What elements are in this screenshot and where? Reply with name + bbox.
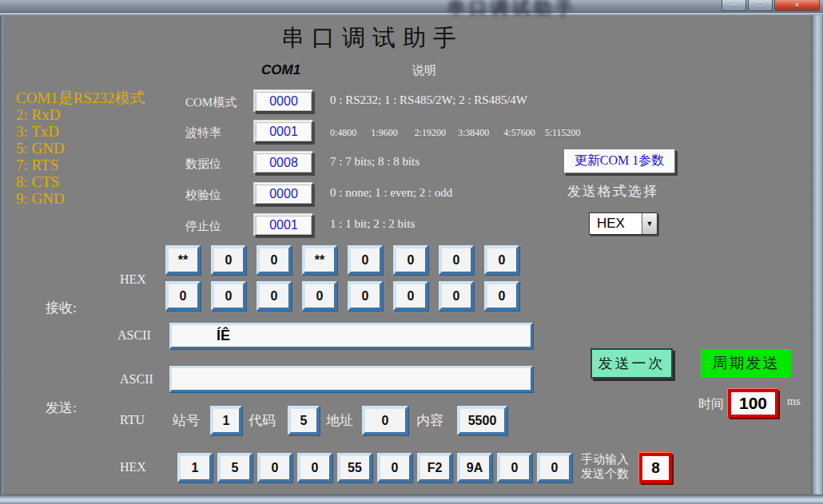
pinout-title: COM1是RS232模式 <box>16 89 145 106</box>
receive-hex-label: HEX <box>120 272 146 287</box>
close-button[interactable]: × <box>774 0 820 11</box>
parity-label: 校验位 <box>185 188 221 203</box>
parity-field[interactable]: 0000 <box>254 183 313 205</box>
receive-hex-cell: 0 <box>439 245 474 275</box>
receive-hex-cell: 0 <box>348 245 383 275</box>
manual-input-label: 手动输入 发送个数 <box>581 452 629 481</box>
close-icon: × <box>795 2 799 9</box>
page-title: 串口调试助手 <box>281 22 463 54</box>
address-label: 地址 <box>326 411 353 430</box>
receive-hex-row1: ** 0 0 ** 0 0 0 0 <box>165 245 519 275</box>
com-mode-field[interactable]: 0000 <box>254 90 313 113</box>
data-bits-field[interactable]: 0008 <box>254 152 313 174</box>
pinout-line: 8: CTS <box>16 173 145 190</box>
send-format-dropdown[interactable]: HEX ▼ <box>589 212 658 235</box>
send-ascii-field[interactable] <box>169 366 533 392</box>
pinout-info: COM1是RS232模式 2: RxD 3: TxD 5: GND 7: RTS… <box>16 89 145 207</box>
pinout-line: 2: RxD <box>16 106 145 123</box>
pinout-line: 7: RTS <box>16 157 145 173</box>
update-com-params-button[interactable]: 更新COM 1参数 <box>563 149 675 173</box>
function-code-field[interactable]: 5 <box>288 406 320 435</box>
address-field[interactable]: 0 <box>362 406 408 435</box>
receive-hex-cell: 0 <box>211 245 246 275</box>
receive-hex-cell: 0 <box>302 281 337 311</box>
manual-input-label-line2: 发送个数 <box>581 466 629 481</box>
titlebar: 串口调试助手 <box>0 0 823 13</box>
receive-hex-cell: 0 <box>393 281 428 311</box>
window-controls: — □ × <box>722 0 820 11</box>
window-border-bottom <box>0 494 823 504</box>
send-hex-cell[interactable]: 9A <box>457 453 492 482</box>
baud-rate-label: 波特率 <box>185 125 221 141</box>
send-format-label: 发送格式选择 <box>567 182 658 200</box>
maximize-button[interactable]: □ <box>748 0 773 11</box>
description-column-header: 说明 <box>412 63 436 78</box>
client-area: 串口调试助手 COM1 说明 COM1是RS232模式 2: RxD 3: Tx… <box>0 0 823 504</box>
parity-desc: 0 : none; 1 : even; 2 : odd <box>330 186 452 200</box>
baud-rate-desc: 0:4800 1:9600 2:19200 3:38400 4:57600 5:… <box>330 127 581 139</box>
stop-bits-desc: 1 : 1 bit; 2 : 2 bits <box>330 217 415 231</box>
receive-hex-cell: 0 <box>439 281 474 311</box>
dropdown-arrow-button[interactable]: ▼ <box>642 213 657 234</box>
stop-bits-field[interactable]: 0001 <box>254 214 313 236</box>
station-number-field[interactable]: 1 <box>210 406 242 435</box>
com-column-header: COM1 <box>261 62 300 78</box>
stop-bits-label: 停止位 <box>185 219 221 234</box>
baud-rate-field[interactable]: 0001 <box>254 121 313 143</box>
receive-hex-cell: 0 <box>348 281 383 311</box>
send-hex-row: 1 5 0 0 55 0 F2 9A 0 0 <box>177 453 572 482</box>
send-format-selected-value: HEX <box>590 213 642 234</box>
data-bits-desc: 7 : 7 bits; 8 : 8 bits <box>330 155 419 169</box>
minimize-icon: — <box>730 2 738 9</box>
receive-section-label: 接收: <box>46 299 77 317</box>
receive-ascii-label: ASCII <box>117 328 151 343</box>
receive-hex-cell: 0 <box>256 281 292 311</box>
receive-hex-cell: ** <box>165 245 201 275</box>
pinout-line: 9: GND <box>16 190 145 207</box>
titlebar-title: 串口调试助手 <box>447 0 577 20</box>
receive-hex-cell: 0 <box>165 281 201 311</box>
time-unit-label: ms <box>787 395 800 408</box>
content-label: 内容 <box>416 411 443 430</box>
send-hex-cell[interactable]: 0 <box>297 453 332 482</box>
manual-send-count-field[interactable]: 8 <box>639 453 672 483</box>
chevron-down-icon: ▼ <box>646 220 654 228</box>
send-hex-cell[interactable]: 0 <box>257 453 292 482</box>
send-hex-cell[interactable]: 0 <box>497 453 532 482</box>
setting-row-baud-rate: 波特率 0001 0:4800 1:9600 2:19200 3:38400 4… <box>185 121 665 143</box>
receive-hex-cell: 0 <box>256 245 292 275</box>
receive-hex-cell: 0 <box>484 245 519 275</box>
pinout-line: 5: GND <box>16 140 145 157</box>
station-label: 站号 <box>173 411 200 430</box>
time-label: 时间 <box>698 396 724 413</box>
time-interval-field[interactable]: 100 <box>728 389 778 418</box>
cycle-send-button[interactable]: 周期发送 <box>701 349 791 378</box>
minimize-button[interactable]: — <box>722 0 746 11</box>
receive-hex-cell: 0 <box>393 245 428 275</box>
send-once-button[interactable]: 发送一次 <box>590 348 673 379</box>
manual-input-label-line1: 手动输入 <box>581 452 629 466</box>
window-inner-border <box>0 13 823 15</box>
window-border-left <box>0 13 3 504</box>
maximize-icon: □ <box>758 2 762 9</box>
setting-row-com-mode: COM模式 0000 0 : RS232; 1 : RS485/2W; 2 : … <box>185 90 665 113</box>
data-bits-label: 数据位 <box>185 157 221 172</box>
send-hex-cell[interactable]: 0 <box>537 453 572 482</box>
receive-hex-cell: 0 <box>484 281 519 311</box>
function-code-label: 代码 <box>248 411 276 430</box>
pinout-line: 3: TxD <box>16 123 145 140</box>
send-ascii-label: ASCII <box>120 372 153 387</box>
send-hex-cell[interactable]: 0 <box>377 453 412 482</box>
content-field[interactable]: 5500 <box>457 406 507 435</box>
send-hex-cell[interactable]: F2 <box>417 453 452 482</box>
receive-ascii-field: ÍÊ <box>169 323 533 349</box>
send-hex-cell[interactable]: 1 <box>177 453 213 482</box>
send-section-label: 发送: <box>46 399 77 417</box>
send-hex-cell[interactable]: 55 <box>337 453 372 482</box>
app-window: 串口调试助手 — □ × 串口调试助手 COM1 说明 COM1是RS232模式… <box>0 0 823 504</box>
com-mode-desc: 0 : RS232; 1 : RS485/2W; 2 : RS485/4W <box>330 93 527 107</box>
com-mode-label: COM模式 <box>185 95 237 110</box>
window-border-right <box>811 13 823 504</box>
send-hex-cell[interactable]: 5 <box>217 453 252 482</box>
receive-hex-row2: 0 0 0 0 0 0 0 0 <box>165 281 519 311</box>
